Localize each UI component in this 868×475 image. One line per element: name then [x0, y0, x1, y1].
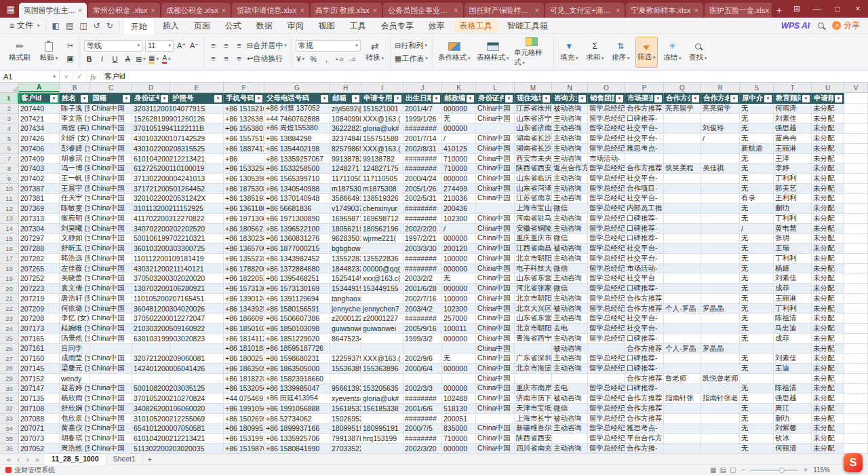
font-size-select[interactable]: 11▾	[145, 40, 174, 52]
cell-P32[interactable]: 合作方推荐	[625, 404, 664, 414]
empty-cell[interactable]	[844, 344, 868, 354]
cell-R6[interactable]	[701, 144, 740, 154]
row-number[interactable]: 34	[0, 424, 19, 434]
cell-H33[interactable]: 150269534	[330, 414, 361, 424]
cell-Q23[interactable]	[664, 314, 701, 324]
cell-L13[interactable]: China中国	[476, 214, 515, 224]
cell-G21[interactable]: +86 1391129694	[264, 294, 330, 304]
cell-N12[interactable]: 微信	[552, 204, 588, 214]
cell-A31[interactable]: 207135	[19, 394, 60, 404]
cell-G16[interactable]: +86 1877000215	[264, 244, 330, 254]
header-cell-E[interactable]: 护照号▼	[170, 93, 224, 104]
cell-B23[interactable]: 李忆 (女)	[60, 314, 90, 324]
cell-O23[interactable]: 留学总经纪	[588, 314, 625, 324]
cell-B10[interactable]: 王晨宇 (男	[60, 184, 90, 194]
cell-J22[interactable]: 2003/4/2	[403, 304, 442, 314]
cell-B14[interactable]: 刘昊曦 (女	[60, 224, 90, 234]
cell-M7[interactable]: 西安市未央	[515, 154, 552, 164]
header-cell-H[interactable]: 邮箱▼	[330, 93, 361, 104]
row-number[interactable]: 19	[0, 273, 19, 284]
cell-S33[interactable]: 无	[740, 414, 774, 424]
cell-J24[interactable]: 2005/9/16	[403, 324, 442, 334]
cell-S28[interactable]: 无	[740, 364, 774, 374]
empty-cell[interactable]	[844, 434, 868, 444]
app-badge[interactable]: 业财管理系统	[5, 466, 55, 475]
cell-U11[interactable]: 未分配	[812, 194, 844, 204]
cell-T4[interactable]: 强思越	[774, 124, 812, 134]
cell-S25[interactable]: 无	[740, 334, 774, 344]
cell-N8[interactable]: 返点合作方	[552, 164, 588, 174]
cell-C17[interactable]: China中国	[90, 254, 132, 264]
cell-U31[interactable]: 未分配	[812, 394, 844, 404]
cell-G15[interactable]: +86 1360831276	[264, 234, 330, 244]
header-cell-Q[interactable]: 合作方公司▼	[664, 93, 701, 104]
cell-Q32[interactable]	[664, 404, 701, 414]
cell-A23[interactable]: 207208	[19, 314, 60, 324]
cell-I16[interactable]	[361, 244, 403, 254]
cell-D9[interactable]: 371302200004241013	[132, 174, 170, 184]
row-number[interactable]: 9	[0, 174, 19, 184]
cell-K26[interactable]	[442, 344, 476, 354]
cell-N20[interactable]: 微信	[552, 284, 588, 294]
cell-N23[interactable]: 主动咨询	[552, 314, 588, 324]
page-layout-view-icon[interactable]: ▤	[720, 466, 726, 474]
cell-B31[interactable]: 杨欣雨 (女	[60, 394, 90, 404]
cell-S17[interactable]: 无	[740, 254, 774, 264]
cell-K17[interactable]: 100000	[442, 254, 476, 264]
tab-close-icon[interactable]: ×	[694, 6, 698, 14]
select-all-corner[interactable]	[0, 83, 19, 92]
cell-I32[interactable]: 156185338	[361, 404, 403, 414]
cell-A32[interactable]: 207108	[19, 404, 60, 414]
cell-J11[interactable]: 2002/5/31	[403, 194, 442, 204]
cell-H24[interactable]: guiwanwei	[330, 324, 361, 334]
cell-P4[interactable]: 社交平台-	[625, 124, 664, 134]
cell-N13[interactable]: 主动咨询	[552, 214, 588, 224]
cell-C34[interactable]: China中国	[90, 424, 132, 434]
cell-B28[interactable]: 梁馨元 (女	[60, 364, 90, 374]
cell-K24[interactable]: 100011	[442, 324, 476, 334]
cell-C13[interactable]: China中国	[90, 214, 132, 224]
cell-T24[interactable]: 马忠迪	[774, 324, 812, 334]
cell-A12[interactable]: 207369	[19, 204, 60, 214]
cell-M26[interactable]	[515, 344, 552, 354]
cell-O13[interactable]: 留学总经纪	[588, 214, 625, 224]
row-number[interactable]: 15	[0, 234, 19, 244]
cell-Q16[interactable]	[664, 244, 701, 254]
cell-C9[interactable]: China中国	[90, 174, 132, 184]
cell-K36[interactable]: 000000	[442, 444, 476, 453]
row-number[interactable]: 7	[0, 154, 19, 164]
cell-R15[interactable]	[701, 234, 740, 244]
cell-J9[interactable]: 2000/4/24	[403, 174, 442, 184]
cell-O16[interactable]: 留学总经纪	[588, 244, 625, 254]
cell-U4[interactable]: 未分配	[812, 124, 844, 134]
filter-dropdown-icon[interactable]: ▼	[578, 95, 586, 102]
cell-Q5[interactable]	[664, 134, 701, 144]
cell-M25[interactable]: 青海省西宁	[515, 334, 552, 344]
cell-P6[interactable]: 雅思考点-	[625, 144, 664, 154]
cell-N18[interactable]: 微信	[552, 264, 588, 274]
cell-I9[interactable]: 117110505	[361, 174, 403, 184]
cell-M29[interactable]	[515, 374, 552, 384]
cell-S13[interactable]: 无	[740, 214, 774, 224]
cell-T11[interactable]: 王利利	[774, 194, 812, 204]
cell-C27[interactable]: China中国	[90, 354, 132, 364]
cell-Q20[interactable]	[664, 284, 701, 294]
cell-F18[interactable]: +86 17882007	[224, 264, 264, 274]
cell-C19[interactable]: China中国	[90, 273, 132, 284]
cell-F10[interactable]: +86 18753080	[224, 184, 264, 194]
cell-J12[interactable]: ########	[403, 204, 442, 214]
cell-A3[interactable]: 207421	[19, 114, 60, 124]
cell-R19[interactable]	[701, 273, 740, 284]
cell-L12[interactable]	[476, 204, 515, 214]
maximize-icon[interactable]: □	[827, 0, 848, 18]
cell-P34[interactable]: 雅思考点-	[625, 424, 664, 434]
cell-S12[interactable]: 无	[740, 204, 774, 214]
cell-G8[interactable]: +86 1533258500	[264, 164, 330, 174]
cell-C12[interactable]: China中国	[90, 204, 132, 214]
cell-O28[interactable]: 留学总经纪	[588, 364, 625, 374]
cell-L19[interactable]: China中国	[476, 273, 515, 284]
menu-tab-审阅[interactable]: 审阅	[280, 18, 311, 34]
cell-B26[interactable]: 吕同学	[60, 344, 90, 354]
cell-B3[interactable]: 李文燕 (女	[60, 114, 90, 124]
cell-T27[interactable]: 刘素佳	[774, 354, 812, 364]
